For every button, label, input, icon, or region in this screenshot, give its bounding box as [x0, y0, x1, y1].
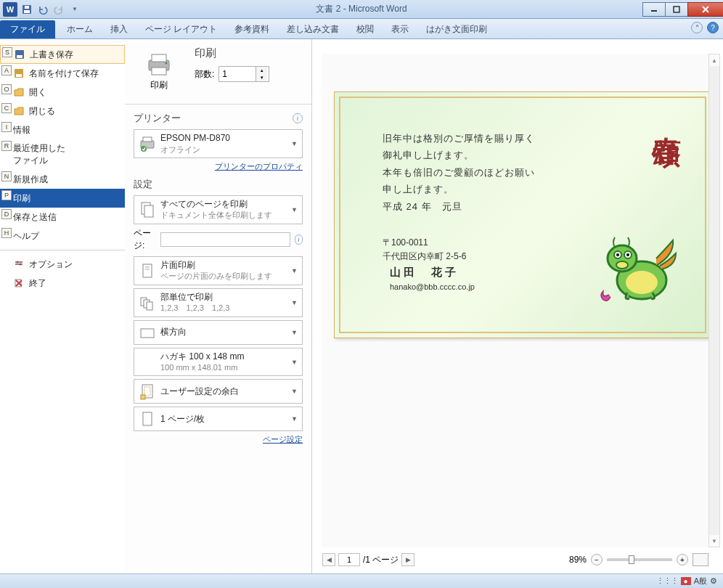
- next-page-button[interactable]: ▶: [401, 553, 414, 566]
- qat-redo-icon[interactable]: [52, 3, 65, 16]
- maximize-button[interactable]: [665, 2, 688, 17]
- svg-rect-2: [25, 6, 29, 9]
- nav-saveas[interactable]: A名前を付けて保存: [0, 64, 125, 83]
- svg-rect-18: [152, 68, 166, 75]
- svg-point-43: [616, 261, 628, 269]
- help-icon[interactable]: ?: [707, 22, 719, 33]
- tab-view[interactable]: 表示: [383, 20, 417, 38]
- preview-footer: ◀ /1 ページ ▶ 89% − +: [322, 550, 708, 569]
- svg-rect-1: [24, 10, 30, 13]
- nav-close[interactable]: C閉じる: [0, 102, 125, 121]
- scroll-up-icon[interactable]: ▲: [709, 54, 719, 66]
- nav-options[interactable]: オプション: [0, 255, 125, 274]
- chevron-down-icon: ▼: [291, 267, 298, 274]
- info-icon[interactable]: i: [293, 113, 303, 123]
- pages-label: ページ:: [134, 227, 156, 252]
- svg-rect-10: [16, 74, 22, 77]
- chevron-down-icon: ▼: [291, 206, 298, 213]
- postcard-preview: 旧年中は格別のご厚情を賜り厚く 御礼申し上げます。 本年も倍旧のご愛顧のほどお願…: [334, 91, 708, 338]
- svg-point-14: [20, 264, 22, 266]
- zoom-percent[interactable]: 89%: [569, 555, 587, 565]
- one-page-icon: [139, 410, 156, 428]
- printer-properties-link[interactable]: プリンターのプロパティ: [134, 161, 303, 172]
- svg-point-37: [626, 271, 658, 294]
- tab-mailings[interactable]: 差し込み文書: [278, 20, 348, 38]
- collate-icon: [139, 294, 156, 311]
- print-button-label: 印刷: [150, 79, 168, 91]
- nav-open[interactable]: O開く: [0, 83, 125, 102]
- quick-access-toolbar: W ▼: [0, 2, 81, 17]
- svg-point-42: [626, 253, 629, 256]
- svg-point-40: [616, 253, 619, 256]
- chevron-down-icon: ▼: [291, 299, 298, 306]
- saveas-icon: [13, 68, 25, 79]
- tab-postcard[interactable]: はがき文面印刷: [417, 20, 496, 38]
- settings-heading: 設定: [134, 178, 152, 191]
- tab-layout[interactable]: ページ レイアウト: [136, 20, 226, 38]
- margins-selector[interactable]: ユーザー設定の余白 ▼: [134, 379, 303, 404]
- collate-selector[interactable]: 部単位で印刷1,2,3 1,2,3 1,2,3 ▼: [134, 288, 303, 317]
- copies-up[interactable]: ▲: [256, 67, 267, 74]
- prev-page-button[interactable]: ◀: [322, 553, 335, 566]
- tab-review[interactable]: 校閲: [348, 20, 383, 38]
- close-button[interactable]: [687, 2, 723, 17]
- print-heading: 印刷: [195, 46, 269, 60]
- vertical-scrollbar[interactable]: ▲ ▼: [708, 54, 720, 547]
- nav-exit[interactable]: 終了: [0, 274, 125, 293]
- qat-customize-icon[interactable]: ▼: [68, 3, 81, 16]
- nav-help[interactable]: Hヘルプ: [0, 226, 125, 245]
- tab-insert[interactable]: 挿入: [102, 20, 136, 38]
- scroll-down-icon[interactable]: ▼: [709, 535, 719, 547]
- printer-selector[interactable]: EPSON PM-D870オフライン ▼: [134, 129, 303, 158]
- nav-print[interactable]: P印刷: [0, 189, 125, 208]
- qat-undo-icon[interactable]: [36, 3, 49, 16]
- tab-home[interactable]: ホーム: [58, 20, 102, 38]
- zoom-in-button[interactable]: +: [677, 554, 688, 565]
- orientation-selector[interactable]: 横方向 ▼: [134, 320, 303, 345]
- svg-rect-35: [143, 412, 152, 425]
- copies-input[interactable]: [219, 67, 256, 81]
- zoom-slider[interactable]: [607, 558, 672, 561]
- print-settings-panel: 印刷 印刷 部数: ▲▼ プリンターi EPSON PM-D870オフライン ▼…: [125, 39, 312, 573]
- page-setup-link[interactable]: ページ設定: [134, 434, 303, 445]
- landscape-icon: [139, 324, 156, 341]
- nav-new[interactable]: N新規作成: [0, 170, 125, 189]
- copies-spinner[interactable]: ▲▼: [218, 66, 269, 82]
- info-icon[interactable]: i: [295, 234, 303, 245]
- tab-references[interactable]: 参考資料: [226, 20, 278, 38]
- copies-label: 部数:: [195, 68, 214, 81]
- title-bar: W ▼ 文書 2 - Microsoft Word: [0, 0, 723, 19]
- tab-file[interactable]: ファイル: [0, 20, 55, 38]
- chevron-down-icon: ▼: [291, 329, 298, 336]
- sheets-per-page-selector[interactable]: 1 ページ/枚 ▼: [134, 407, 303, 431]
- chevron-down-icon: ▼: [291, 359, 298, 366]
- print-scope-selector[interactable]: すべてのページを印刷ドキュメント全体を印刷します ▼: [134, 195, 303, 224]
- svg-rect-31: [141, 329, 154, 338]
- print-button[interactable]: 印刷: [134, 46, 184, 97]
- nav-recent[interactable]: R最近使用した ファイル: [0, 139, 125, 170]
- chevron-down-icon: ▼: [291, 140, 298, 147]
- copies-down[interactable]: ▼: [256, 74, 267, 81]
- minimize-button[interactable]: [642, 2, 666, 17]
- nav-info[interactable]: I情報: [0, 121, 125, 139]
- svg-rect-30: [147, 302, 152, 310]
- svg-rect-21: [143, 137, 152, 142]
- pages-input[interactable]: [160, 232, 290, 247]
- nav-share[interactable]: D保存と送信: [0, 208, 125, 226]
- zoom-out-button[interactable]: −: [591, 554, 602, 565]
- page-number-input[interactable]: [338, 553, 360, 566]
- qat-save-icon[interactable]: [20, 3, 33, 16]
- svg-rect-8: [17, 55, 23, 58]
- ribbon-tabs: ファイル ホーム 挿入 ページ レイアウト 参考資料 差し込み文書 校閲 表示 …: [0, 19, 723, 39]
- zoom-fit-button[interactable]: [693, 553, 708, 566]
- word-icon: W: [3, 2, 17, 17]
- ime-indicator[interactable]: ⋮⋮⋮ ● A般 ⚙: [656, 576, 717, 587]
- ribbon-minimize-icon[interactable]: ˄: [691, 22, 703, 33]
- paper-size-selector[interactable]: ハガキ 100 x 148 mm100 mm x 148.01 mm ▼: [134, 348, 303, 377]
- open-icon: [13, 86, 25, 98]
- printer-status-icon: [139, 135, 156, 152]
- printer-icon: [144, 52, 173, 76]
- preview-pane[interactable]: 旧年中は格別のご厚情を賜り厚く 御礼申し上げます。 本年も倍旧のご愛顧のほどお願…: [322, 54, 708, 547]
- nav-save[interactable]: S上書き保存: [0, 45, 125, 64]
- print-side-selector[interactable]: 片面印刷ページの片面のみを印刷します ▼: [134, 256, 303, 285]
